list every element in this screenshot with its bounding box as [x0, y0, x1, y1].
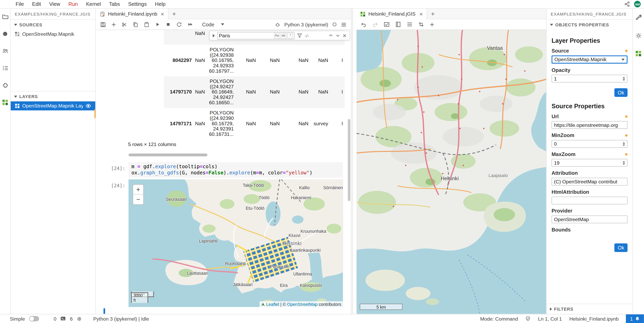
- spinner-down-icon[interactable]: [622, 163, 625, 165]
- tab-helsinki-ipynb[interactable]: Helsinki_Finland.ipynb: [96, 8, 168, 19]
- filters-section-header[interactable]: FILTERS: [547, 304, 632, 314]
- source-item-openstreetmap[interactable]: OpenStreetMap.Mapnik: [10, 29, 95, 38]
- redo-icon[interactable]: [372, 21, 378, 27]
- identify-icon[interactable]: [384, 21, 390, 27]
- debugger-icon[interactable]: [275, 21, 281, 27]
- whole-word-icon[interactable]: ab: [280, 32, 286, 38]
- tab-helsinki-jgis[interactable]: Helsinki_Finland.jGIS: [356, 8, 427, 19]
- number-spinner[interactable]: [622, 76, 625, 81]
- maxzoom-input[interactable]: 19: [552, 159, 628, 167]
- jgis-panel-icon[interactable]: [2, 99, 8, 105]
- kernels-count[interactable]: 6: [70, 316, 73, 322]
- source-ok-button[interactable]: Ok: [614, 243, 628, 252]
- spinner-up-icon[interactable]: [622, 142, 625, 143]
- provider-input[interactable]: OpenStreetMap: [552, 216, 628, 223]
- kernel-name[interactable]: Python 3 (ipykernel): [284, 21, 328, 27]
- avatar[interactable]: AM: [634, 1, 640, 7]
- close-search-icon[interactable]: [342, 33, 347, 37]
- menu-kernel[interactable]: Kernel: [82, 1, 105, 7]
- previous-match-icon[interactable]: [328, 33, 333, 38]
- spinner-up-icon[interactable]: [622, 76, 625, 78]
- close-icon[interactable]: [419, 12, 423, 16]
- eye-icon[interactable]: [85, 103, 91, 109]
- files-icon[interactable]: [2, 13, 8, 20]
- menu-file[interactable]: File: [12, 1, 28, 7]
- objects-properties-header[interactable]: OBJECTS PROPERTIES: [547, 20, 632, 29]
- layer-item-openstreetmap[interactable]: OpenStreetMap.Mapnik Layer: [10, 101, 95, 110]
- layers-book-icon[interactable]: [395, 21, 401, 27]
- notifications-button[interactable]: 1: [626, 314, 644, 323]
- menu-tabs[interactable]: Tabs: [105, 1, 124, 7]
- filter-icon[interactable]: [297, 33, 302, 38]
- extensions-icon[interactable]: [2, 82, 8, 89]
- toc-icon[interactable]: [2, 65, 8, 71]
- add-layer-icon[interactable]: [430, 22, 434, 27]
- panel-resize-handle[interactable]: [94, 109, 96, 118]
- minzoom-input[interactable]: 0: [552, 140, 628, 148]
- paste-icon[interactable]: [144, 21, 150, 27]
- number-spinner[interactable]: [622, 161, 625, 165]
- simple-mode-toggle[interactable]: [29, 316, 39, 322]
- users-icon[interactable]: [2, 47, 8, 54]
- add-cell-icon[interactable]: [111, 22, 116, 27]
- restart-kernel-icon[interactable]: [176, 21, 182, 27]
- leaflet-map-output[interactable]: Taka-TöölöKallioSörnäinenTöölöHakaniemiE…: [128, 179, 343, 307]
- new-tab-button[interactable]: [427, 8, 439, 19]
- attribute-table-icon[interactable]: [406, 21, 413, 27]
- sources-section-header[interactable]: SOURCES: [10, 20, 95, 29]
- fast-forward-icon[interactable]: [187, 22, 194, 27]
- layer-ok-button[interactable]: Ok: [614, 88, 628, 97]
- layers-section-header[interactable]: LAYERS: [10, 91, 95, 101]
- undo-icon[interactable]: [360, 21, 367, 27]
- next-match-icon[interactable]: [336, 33, 340, 38]
- leaflet-link[interactable]: Leaflet: [266, 302, 279, 307]
- save-icon[interactable]: [100, 21, 106, 27]
- stop-icon[interactable]: [166, 22, 171, 27]
- jgis-panel-icon[interactable]: [636, 50, 642, 57]
- gis-map-view[interactable]: VantaaHelsinkiLaajasalo 5 km: [356, 30, 546, 314]
- opacity-input[interactable]: 1: [552, 75, 628, 82]
- attribution-input[interactable]: (C) OpenStreetMap contribut: [552, 178, 628, 186]
- menu-run[interactable]: Run: [64, 1, 82, 7]
- cut-icon[interactable]: [122, 21, 127, 27]
- copy-icon[interactable]: [133, 21, 138, 27]
- search-input[interactable]: [219, 32, 273, 38]
- zoom-in-button[interactable]: +: [133, 185, 143, 195]
- terminals-count[interactable]: 0: [54, 316, 56, 322]
- menu-view[interactable]: View: [45, 1, 64, 7]
- zoom-out-button[interactable]: −: [133, 195, 143, 204]
- regex-icon[interactable]: .*: [287, 32, 293, 38]
- cursor-position[interactable]: Ln 1, Col 1: [538, 316, 562, 322]
- sidebar-menu-icon[interactable]: [341, 21, 346, 27]
- tools-icon[interactable]: [635, 14, 642, 21]
- spinner-down-icon[interactable]: [622, 79, 625, 81]
- run-icon[interactable]: [155, 22, 160, 27]
- active-file-name[interactable]: Helsinki_Finland.ipynb: [569, 316, 618, 322]
- share-icon[interactable]: [624, 1, 630, 7]
- number-spinner[interactable]: [622, 142, 625, 146]
- command-mode-indicator[interactable]: Mode: Command: [480, 316, 518, 322]
- close-icon[interactable]: [160, 12, 164, 16]
- extent-icon[interactable]: [418, 21, 424, 27]
- spinner-down-icon[interactable]: [622, 144, 625, 146]
- cell-type-dropdown[interactable]: Code: [199, 21, 224, 27]
- source-input[interactable]: OpenStreetMap.Mapnik: [552, 55, 628, 63]
- menu-help[interactable]: Help: [151, 1, 170, 7]
- scrollbar-thumb[interactable]: [128, 153, 208, 156]
- menu-settings[interactable]: Settings: [124, 1, 151, 7]
- url-input[interactable]: https://tile.openstreetmap.org: [552, 121, 628, 129]
- vertical-scrollbar[interactable]: [348, 119, 350, 201]
- kernel-status-text[interactable]: Python 3 (ipykernel) | Idle: [93, 316, 149, 322]
- osm-link[interactable]: OpenStreetMap: [287, 302, 318, 307]
- settings-gear-icon[interactable]: [635, 32, 642, 39]
- geometry-line: POLYGON: [208, 47, 234, 52]
- htmlattribution-input[interactable]: [552, 197, 628, 204]
- code-editor[interactable]: m = gdf.explore(tooltip=cols)ox.graph_to…: [128, 162, 343, 178]
- running-icon[interactable]: [2, 31, 8, 37]
- spinner-up-icon[interactable]: [622, 161, 625, 162]
- search-expand-icon[interactable]: [213, 34, 215, 37]
- new-tab-button[interactable]: [168, 8, 180, 19]
- menu-edit[interactable]: Edit: [28, 1, 45, 7]
- match-case-icon[interactable]: Aa: [274, 32, 280, 38]
- horizontal-scrollbar[interactable]: [128, 153, 343, 156]
